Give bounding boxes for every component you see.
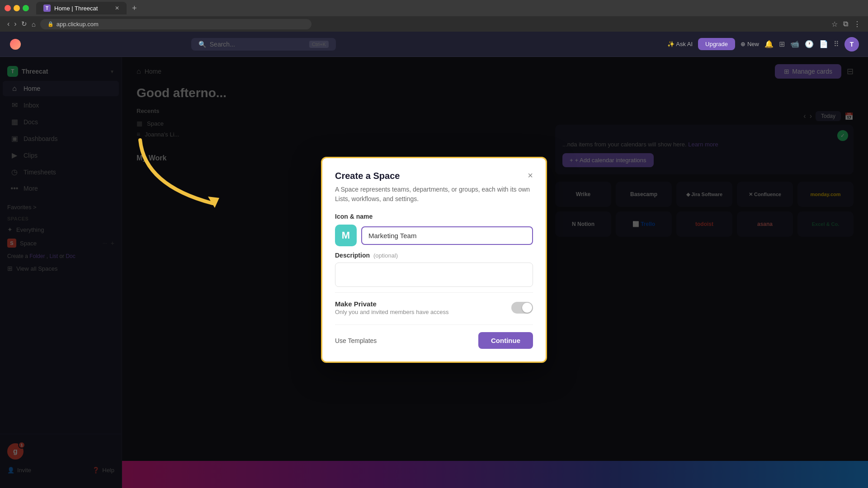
upgrade-button[interactable]: Upgrade <box>698 38 735 50</box>
continue-button[interactable]: Continue <box>478 332 533 349</box>
modal-close-button[interactable]: × <box>528 171 533 180</box>
grid-icon[interactable]: ⊞ <box>779 40 785 48</box>
address-text: app.clickup.com <box>57 21 99 28</box>
extensions-icon[interactable]: ⧉ <box>843 20 848 28</box>
user-avatar[interactable]: T <box>844 37 859 52</box>
description-optional: (optional) <box>373 252 398 259</box>
modal-subtitle: A Space represents teams, departments, o… <box>335 185 533 204</box>
refresh-button[interactable]: ↻ <box>21 20 27 28</box>
description-text: Description <box>335 252 370 259</box>
video-icon[interactable]: 📹 <box>790 40 799 48</box>
modal-footer: Use Templates Continue <box>335 324 533 349</box>
close-icon: × <box>528 170 533 180</box>
new-icon: ⊕ <box>741 41 745 47</box>
ask-ai-label: ✨ Ask AI <box>667 41 693 47</box>
browser-nav-bar: ‹ › ↻ ⌂ 🔒 app.clickup.com ☆ ⧉ ⋮ <box>0 16 868 32</box>
new-button[interactable]: ⊕ New <box>741 41 759 47</box>
nav-right-actions: ☆ ⧉ ⋮ <box>831 20 861 28</box>
continue-label: Continue <box>491 337 520 344</box>
ask-ai-button[interactable]: ✨ Ask AI <box>667 41 693 47</box>
make-private-row: Make Private Only you and invited member… <box>335 300 533 315</box>
file-icon[interactable]: 📄 <box>819 40 828 48</box>
clock-icon[interactable]: 🕐 <box>805 40 814 48</box>
forward-button[interactable]: › <box>14 20 16 28</box>
use-templates-button[interactable]: Use Templates <box>335 337 377 344</box>
make-private-text: Make Private Only you and invited member… <box>335 300 448 315</box>
make-private-title: Make Private <box>335 300 448 308</box>
notifications-icon[interactable]: 🔔 <box>764 40 774 48</box>
address-lock-icon: 🔒 <box>47 21 54 27</box>
topbar-actions: ✨ Ask AI Upgrade ⊕ New 🔔 ⊞ 📹 🕐 📄 ⠿ T <box>667 37 859 52</box>
modal-title: Create a Space <box>335 171 400 181</box>
browser-tab-bar: T Home | Threecat ✕ + <box>0 0 868 16</box>
browser-chrome: T Home | Threecat ✕ + ‹ › ↻ ⌂ 🔒 app.clic… <box>0 0 868 32</box>
apps-icon[interactable]: ⠿ <box>834 40 839 48</box>
description-label: Description (optional) <box>335 252 533 259</box>
use-templates-label: Use Templates <box>335 337 377 344</box>
create-space-modal: Create a Space × A Space represents team… <box>321 157 547 363</box>
search-placeholder: Search... <box>210 41 235 48</box>
make-private-subtitle: Only you and invited members have access <box>335 309 448 315</box>
modal-description-section: Description (optional) <box>335 252 533 289</box>
home-nav-button[interactable]: ⌂ <box>32 20 36 28</box>
new-tab-button[interactable]: + <box>132 4 137 13</box>
traffic-light-yellow[interactable] <box>14 5 20 11</box>
traffic-lights <box>5 5 29 11</box>
new-label: New <box>747 41 759 47</box>
app-topbar: 🔍 Search... Ctrl+K ✨ Ask AI Upgrade ⊕ Ne… <box>0 32 868 57</box>
search-shortcut: Ctrl+K <box>309 41 329 48</box>
description-input[interactable] <box>335 263 533 287</box>
app-container: 🔍 Search... Ctrl+K ✨ Ask AI Upgrade ⊕ Ne… <box>0 32 868 488</box>
browser-tab[interactable]: T Home | Threecat ✕ <box>36 2 127 14</box>
modal-divider <box>335 292 533 293</box>
app-logo <box>9 38 22 51</box>
traffic-light-red[interactable] <box>5 5 11 11</box>
menu-icon[interactable]: ⋮ <box>854 20 861 28</box>
back-button[interactable]: ‹ <box>7 20 9 28</box>
space-icon-button[interactable]: M <box>335 225 357 246</box>
section-label-icon-name: Icon & name <box>335 213 533 220</box>
space-name-input[interactable] <box>361 226 533 245</box>
address-bar[interactable]: 🔒 app.clickup.com <box>40 19 311 29</box>
traffic-light-green[interactable] <box>23 5 29 11</box>
make-private-toggle[interactable] <box>511 302 533 314</box>
search-icon: 🔍 <box>198 41 206 48</box>
upgrade-label: Upgrade <box>705 41 728 47</box>
tab-favicon: T <box>43 5 51 12</box>
bookmark-icon[interactable]: ☆ <box>831 20 838 28</box>
toggle-knob <box>522 303 532 313</box>
icon-name-row: M <box>335 225 533 246</box>
search-bar[interactable]: 🔍 Search... Ctrl+K <box>191 38 336 51</box>
tab-title: Home | Threecat <box>54 5 98 12</box>
modal-section-icon-name: Icon & name M <box>335 213 533 246</box>
space-icon-letter: M <box>342 230 350 241</box>
tab-close-icon[interactable]: ✕ <box>115 5 119 11</box>
modal-header: Create a Space × <box>335 171 533 181</box>
